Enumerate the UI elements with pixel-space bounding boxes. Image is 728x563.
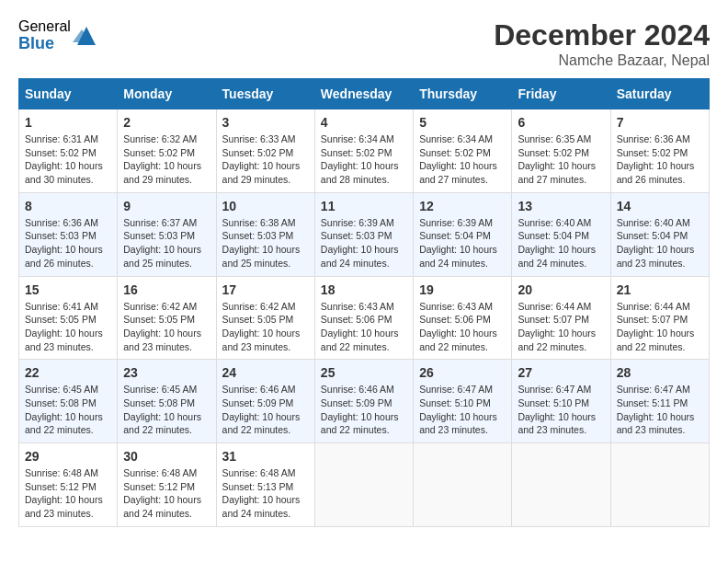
- logo-blue: Blue: [18, 35, 71, 53]
- day-info: Sunrise: 6:47 AMSunset: 5:10 PMDaylight:…: [419, 383, 506, 437]
- table-row: 17Sunrise: 6:42 AMSunset: 5:05 PMDayligh…: [216, 276, 314, 360]
- day-number: 11: [321, 199, 407, 213]
- day-info: Sunrise: 6:31 AMSunset: 5:02 PMDaylight:…: [25, 132, 111, 187]
- day-number: 5: [419, 115, 506, 130]
- day-info: Sunrise: 6:42 AMSunset: 5:05 PMDaylight:…: [123, 300, 210, 354]
- table-row: 21Sunrise: 6:44 AMSunset: 5:07 PMDayligh…: [610, 276, 709, 360]
- day-info: Sunrise: 6:47 AMSunset: 5:10 PMDaylight:…: [518, 383, 604, 437]
- day-info: Sunrise: 6:48 AMSunset: 5:13 PMDaylight:…: [222, 466, 309, 521]
- table-row: 13Sunrise: 6:40 AMSunset: 5:04 PMDayligh…: [512, 192, 610, 276]
- day-number: 26: [419, 365, 506, 380]
- location: Namche Bazaar, Nepal: [494, 52, 710, 69]
- table-row: 8Sunrise: 6:36 AMSunset: 5:03 PMDaylight…: [19, 192, 118, 276]
- table-row: 25Sunrise: 6:46 AMSunset: 5:09 PMDayligh…: [314, 360, 413, 443]
- table-row: 5Sunrise: 6:34 AMSunset: 5:02 PMDaylight…: [414, 109, 512, 193]
- day-number: 31: [222, 449, 309, 464]
- table-row: 1Sunrise: 6:31 AMSunset: 5:02 PMDaylight…: [19, 109, 118, 193]
- table-row: 16Sunrise: 6:42 AMSunset: 5:05 PMDayligh…: [118, 276, 216, 360]
- day-number: 30: [123, 449, 210, 464]
- day-info: Sunrise: 6:39 AMSunset: 5:03 PMDaylight:…: [321, 216, 407, 270]
- day-info: Sunrise: 6:34 AMSunset: 5:02 PMDaylight:…: [321, 132, 407, 187]
- table-row: [414, 443, 512, 527]
- col-monday: Monday: [118, 79, 216, 109]
- table-row: [610, 443, 709, 527]
- table-row: [314, 443, 413, 527]
- day-info: Sunrise: 6:36 AMSunset: 5:02 PMDaylight:…: [617, 132, 703, 187]
- page-header: General Blue December 2024 Namche Bazaar…: [18, 18, 710, 69]
- table-row: 28Sunrise: 6:47 AMSunset: 5:11 PMDayligh…: [610, 360, 709, 443]
- day-info: Sunrise: 6:38 AMSunset: 5:03 PMDaylight:…: [222, 216, 309, 270]
- table-row: 2Sunrise: 6:32 AMSunset: 5:02 PMDaylight…: [118, 109, 216, 193]
- table-row: 4Sunrise: 6:34 AMSunset: 5:02 PMDaylight…: [314, 109, 413, 193]
- day-info: Sunrise: 6:40 AMSunset: 5:04 PMDaylight:…: [518, 216, 604, 270]
- table-row: 12Sunrise: 6:39 AMSunset: 5:04 PMDayligh…: [414, 192, 512, 276]
- day-info: Sunrise: 6:33 AMSunset: 5:02 PMDaylight:…: [222, 132, 309, 187]
- day-number: 10: [222, 199, 309, 213]
- day-number: 8: [25, 199, 111, 213]
- table-row: 23Sunrise: 6:45 AMSunset: 5:08 PMDayligh…: [118, 360, 216, 443]
- day-info: Sunrise: 6:44 AMSunset: 5:07 PMDaylight:…: [617, 300, 703, 354]
- table-row: 24Sunrise: 6:46 AMSunset: 5:09 PMDayligh…: [216, 360, 314, 443]
- table-row: 19Sunrise: 6:43 AMSunset: 5:06 PMDayligh…: [414, 276, 512, 360]
- table-row: 10Sunrise: 6:38 AMSunset: 5:03 PMDayligh…: [216, 192, 314, 276]
- day-number: 14: [617, 199, 703, 213]
- table-row: 18Sunrise: 6:43 AMSunset: 5:06 PMDayligh…: [314, 276, 413, 360]
- day-number: 28: [617, 365, 703, 380]
- day-number: 18: [321, 282, 407, 297]
- day-info: Sunrise: 6:45 AMSunset: 5:08 PMDaylight:…: [123, 383, 210, 437]
- day-number: 9: [123, 199, 210, 213]
- table-row: 31Sunrise: 6:48 AMSunset: 5:13 PMDayligh…: [216, 443, 314, 527]
- table-row: 27Sunrise: 6:47 AMSunset: 5:10 PMDayligh…: [512, 360, 610, 443]
- day-info: Sunrise: 6:48 AMSunset: 5:12 PMDaylight:…: [25, 466, 111, 521]
- day-number: 12: [419, 199, 506, 213]
- day-info: Sunrise: 6:48 AMSunset: 5:12 PMDaylight:…: [123, 466, 210, 521]
- day-number: 3: [222, 115, 309, 130]
- day-info: Sunrise: 6:34 AMSunset: 5:02 PMDaylight:…: [419, 132, 506, 187]
- table-row: 11Sunrise: 6:39 AMSunset: 5:03 PMDayligh…: [314, 192, 413, 276]
- day-number: 20: [518, 282, 604, 297]
- day-number: 16: [123, 282, 210, 297]
- day-info: Sunrise: 6:47 AMSunset: 5:11 PMDaylight:…: [617, 383, 703, 437]
- table-row: 15Sunrise: 6:41 AMSunset: 5:05 PMDayligh…: [19, 276, 118, 360]
- day-number: 25: [321, 365, 407, 380]
- day-info: Sunrise: 6:40 AMSunset: 5:04 PMDaylight:…: [617, 216, 703, 270]
- day-number: 2: [123, 115, 210, 130]
- table-row: 7Sunrise: 6:36 AMSunset: 5:02 PMDaylight…: [610, 109, 709, 193]
- day-number: 15: [25, 282, 111, 297]
- day-info: Sunrise: 6:41 AMSunset: 5:05 PMDaylight:…: [25, 300, 111, 354]
- table-row: 22Sunrise: 6:45 AMSunset: 5:08 PMDayligh…: [19, 360, 118, 443]
- day-info: Sunrise: 6:45 AMSunset: 5:08 PMDaylight:…: [25, 383, 111, 437]
- col-friday: Friday: [512, 79, 610, 109]
- col-wednesday: Wednesday: [314, 79, 413, 109]
- table-row: 6Sunrise: 6:35 AMSunset: 5:02 PMDaylight…: [512, 109, 610, 193]
- day-info: Sunrise: 6:35 AMSunset: 5:02 PMDaylight:…: [518, 132, 604, 187]
- day-number: 1: [25, 115, 111, 130]
- day-info: Sunrise: 6:44 AMSunset: 5:07 PMDaylight:…: [518, 300, 604, 354]
- day-info: Sunrise: 6:32 AMSunset: 5:02 PMDaylight:…: [123, 132, 210, 187]
- table-row: 9Sunrise: 6:37 AMSunset: 5:03 PMDaylight…: [118, 192, 216, 276]
- day-info: Sunrise: 6:36 AMSunset: 5:03 PMDaylight:…: [25, 216, 111, 270]
- day-info: Sunrise: 6:42 AMSunset: 5:05 PMDaylight:…: [222, 300, 309, 354]
- month-title: December 2024: [494, 18, 710, 52]
- calendar-table: Sunday Monday Tuesday Wednesday Thursday…: [18, 78, 710, 527]
- col-tuesday: Tuesday: [216, 79, 314, 109]
- logo-text: General Blue: [18, 18, 71, 52]
- day-info: Sunrise: 6:46 AMSunset: 5:09 PMDaylight:…: [222, 383, 309, 437]
- day-info: Sunrise: 6:46 AMSunset: 5:09 PMDaylight:…: [321, 383, 407, 437]
- table-row: 26Sunrise: 6:47 AMSunset: 5:10 PMDayligh…: [414, 360, 512, 443]
- day-info: Sunrise: 6:37 AMSunset: 5:03 PMDaylight:…: [123, 216, 210, 270]
- col-saturday: Saturday: [610, 79, 709, 109]
- col-thursday: Thursday: [414, 79, 512, 109]
- calendar-header: Sunday Monday Tuesday Wednesday Thursday…: [19, 79, 710, 109]
- table-row: 30Sunrise: 6:48 AMSunset: 5:12 PMDayligh…: [118, 443, 216, 527]
- logo: General Blue: [18, 18, 100, 52]
- day-number: 24: [222, 365, 309, 380]
- table-row: [512, 443, 610, 527]
- calendar-body: 1Sunrise: 6:31 AMSunset: 5:02 PMDaylight…: [19, 109, 710, 527]
- day-number: 4: [321, 115, 407, 130]
- table-row: 20Sunrise: 6:44 AMSunset: 5:07 PMDayligh…: [512, 276, 610, 360]
- logo-icon: [73, 22, 100, 50]
- day-info: Sunrise: 6:39 AMSunset: 5:04 PMDaylight:…: [419, 216, 506, 270]
- table-row: 3Sunrise: 6:33 AMSunset: 5:02 PMDaylight…: [216, 109, 314, 193]
- day-number: 23: [123, 365, 210, 380]
